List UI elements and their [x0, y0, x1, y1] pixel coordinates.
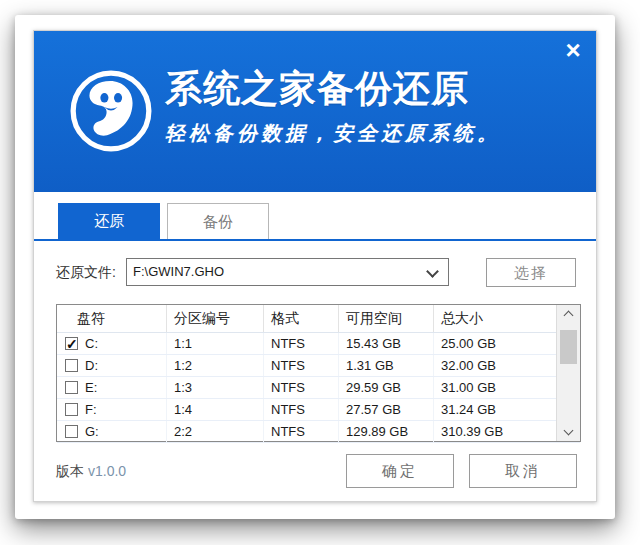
restore-file-combobox[interactable]: F:\GWIN7.GHO	[126, 258, 449, 286]
tab-underline	[34, 239, 596, 241]
chevron-up-icon	[564, 311, 574, 321]
row-checkbox[interactable]	[65, 425, 78, 438]
version-text: 版本v1.0.0	[56, 454, 126, 488]
row-checkbox[interactable]	[65, 381, 78, 394]
restore-file-value: F:\GWIN7.GHO	[133, 259, 224, 285]
table-row[interactable]: F: 1:4 NTFS 27.57 GB 31.24 GB	[57, 399, 580, 421]
cell-drive: C:	[85, 333, 98, 354]
cell-partition: 1:1	[167, 333, 264, 354]
scroll-up-button[interactable]	[557, 305, 580, 323]
row-checkbox[interactable]	[65, 359, 78, 372]
column-header-drive: 盘符	[57, 305, 167, 332]
vertical-scrollbar[interactable]	[556, 305, 580, 441]
column-header-free: 可用空间	[339, 305, 434, 332]
cell-format: NTFS	[264, 377, 339, 398]
chevron-down-icon[interactable]	[426, 265, 439, 278]
cell-free-space: 27.57 GB	[339, 399, 434, 420]
chevron-down-icon	[564, 426, 574, 436]
table-row[interactable]: E: 1:3 NTFS 29.59 GB 31.00 GB	[57, 377, 580, 399]
cell-partition: 1:3	[167, 377, 264, 398]
tab-bar: 还原 备份	[58, 203, 269, 239]
cell-format: NTFS	[264, 333, 339, 354]
partition-table: 盘符 分区编号 格式 可用空间 总大小 C: 1:1 NTFS 15.43 GB…	[56, 304, 581, 442]
app-subtitle: 轻松备份数据，安全还原系统。	[165, 120, 501, 147]
cell-partition: 2:2	[167, 421, 264, 442]
column-header-format: 格式	[264, 305, 339, 332]
cell-drive: E:	[85, 377, 97, 398]
app-window: × 系统之家备份还原 轻松备份数据，安全还原系统。 还原 备份 还原文件: F:…	[15, 15, 615, 519]
cell-free-space: 15.43 GB	[339, 333, 434, 354]
cell-format: NTFS	[264, 399, 339, 420]
cell-drive: F:	[85, 399, 97, 420]
table-header: 盘符 分区编号 格式 可用空间 总大小	[57, 305, 580, 333]
cell-partition: 1:4	[167, 399, 264, 420]
cell-format: NTFS	[264, 421, 339, 442]
scroll-down-button[interactable]	[557, 423, 580, 441]
main-panel: × 系统之家备份还原 轻松备份数据，安全还原系统。 还原 备份 还原文件: F:…	[33, 30, 597, 502]
restore-file-row: 还原文件: F:\GWIN7.GHO 选择	[56, 258, 576, 286]
ghost-logo-icon	[67, 67, 155, 155]
cell-free-space: 1.31 GB	[339, 355, 434, 376]
select-file-button[interactable]: 选择	[486, 258, 576, 287]
table-row[interactable]: D: 1:2 NTFS 1.31 GB 32.00 GB	[57, 355, 580, 377]
cell-total-size: 310.39 GB	[434, 421, 556, 442]
column-header-partition: 分区编号	[167, 305, 264, 332]
tab-restore[interactable]: 还原	[58, 203, 160, 239]
row-checkbox[interactable]	[65, 403, 78, 416]
header-banner: × 系统之家备份还原 轻松备份数据，安全还原系统。	[34, 31, 596, 192]
version-label: 版本	[56, 463, 84, 479]
cell-free-space: 29.59 GB	[339, 377, 434, 398]
cell-total-size: 25.00 GB	[434, 333, 556, 354]
close-button[interactable]: ×	[558, 35, 588, 65]
app-title: 系统之家备份还原	[165, 69, 501, 110]
cell-total-size: 32.00 GB	[434, 355, 556, 376]
cell-total-size: 31.24 GB	[434, 399, 556, 420]
version-number: v1.0.0	[88, 463, 126, 479]
tab-backup[interactable]: 备份	[167, 203, 269, 239]
cell-drive: G:	[85, 421, 99, 442]
table-row[interactable]: C: 1:1 NTFS 15.43 GB 25.00 GB	[57, 333, 580, 355]
footer-bar: 版本v1.0.0 确定 取消	[56, 454, 578, 488]
cell-total-size: 31.00 GB	[434, 377, 556, 398]
cell-free-space: 129.89 GB	[339, 421, 434, 442]
column-header-total: 总大小	[434, 305, 556, 332]
cell-drive: D:	[85, 355, 98, 376]
restore-file-label: 还原文件:	[56, 258, 116, 286]
ok-button[interactable]: 确定	[346, 454, 454, 488]
cancel-button[interactable]: 取消	[469, 454, 577, 488]
row-checkbox[interactable]	[65, 337, 78, 350]
table-row[interactable]: G: 2:2 NTFS 129.89 GB 310.39 GB	[57, 421, 580, 443]
scrollbar-thumb[interactable]	[560, 330, 577, 364]
cell-partition: 1:2	[167, 355, 264, 376]
cell-format: NTFS	[264, 355, 339, 376]
